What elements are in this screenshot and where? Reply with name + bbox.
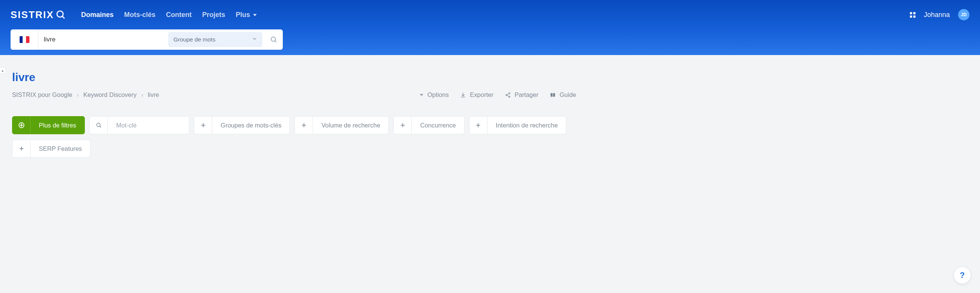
nav-label: Domaines xyxy=(81,11,113,19)
nav-projets[interactable]: Projets xyxy=(202,11,225,19)
breadcrumb-item[interactable]: SISTRIX pour Google xyxy=(12,91,72,99)
plus-icon xyxy=(394,116,412,134)
nav-mots-cles[interactable]: Mots-clés xyxy=(124,11,155,19)
breadcrumb: SISTRIX pour Google › Keyword Discovery … xyxy=(12,91,159,99)
search-icon xyxy=(56,10,66,20)
filter-chip-competition[interactable]: Concurrence xyxy=(393,116,464,134)
divider xyxy=(12,107,576,107)
topbar-right: Johanna JD xyxy=(910,9,969,21)
plus-icon xyxy=(295,116,313,134)
chip-label: Plus de filtres xyxy=(30,122,84,129)
main-content: livre SISTRIX pour Google › Keyword Disc… xyxy=(0,55,588,173)
breadcrumb-item[interactable]: livre xyxy=(148,91,159,99)
more-filters-button[interactable]: Plus de filtres xyxy=(12,116,85,134)
search-submit-button[interactable] xyxy=(265,29,283,50)
svg-line-8 xyxy=(507,95,509,96)
brand-name: SISTRIX xyxy=(11,9,54,21)
svg-line-13 xyxy=(100,126,101,127)
top-band: SISTRIX Domaines Mots-clés Content Proje… xyxy=(0,0,980,55)
chevron-down-icon xyxy=(253,14,257,16)
nav-label: Content xyxy=(166,11,192,19)
svg-line-7 xyxy=(507,94,509,95)
page-title: livre xyxy=(12,71,576,84)
chip-label: Volume de recherche xyxy=(313,122,388,129)
svg-line-1 xyxy=(62,16,64,18)
share-icon xyxy=(505,92,511,98)
chevron-right-icon: › xyxy=(141,91,143,99)
filter-row-2: SERP Features xyxy=(12,140,576,158)
nav-plus[interactable]: Plus xyxy=(235,11,257,19)
search-icon xyxy=(270,36,277,43)
filter-row-1: Plus de filtres Groupes de mots-clés Vol… xyxy=(12,116,576,134)
book-icon xyxy=(550,92,556,98)
share-button[interactable]: Partager xyxy=(505,91,538,99)
search-mode-label: Groupe de mots xyxy=(173,36,215,43)
chevron-right-icon: › xyxy=(77,91,79,99)
chip-label: SERP Features xyxy=(30,145,90,152)
plus-icon xyxy=(13,140,30,157)
flag-fr-icon xyxy=(20,36,29,43)
nav-label: Projets xyxy=(202,11,225,19)
nav-domaines[interactable]: Domaines xyxy=(81,11,113,19)
country-selector[interactable] xyxy=(11,29,38,50)
caret-down-icon xyxy=(420,94,423,96)
filter-chip-search-intent[interactable]: Intention de recherche xyxy=(469,116,566,134)
filter-chip-serp-features[interactable]: SERP Features xyxy=(12,140,91,158)
search-wrap: Groupe de mots xyxy=(0,29,980,50)
chip-label: Groupes de mots-clés xyxy=(212,122,290,129)
nav-label: Plus xyxy=(235,11,250,19)
plus-icon xyxy=(194,116,212,134)
breadcrumb-item[interactable]: Keyword Discovery xyxy=(83,91,137,99)
search-icon xyxy=(90,116,108,134)
action-label: Guide xyxy=(560,91,576,99)
chip-label: Intention de recherche xyxy=(488,122,566,129)
nav-label: Mots-clés xyxy=(124,11,155,19)
apps-icon[interactable] xyxy=(910,12,916,18)
action-label: Partager xyxy=(515,91,538,99)
sidebar-expand-tab[interactable]: ▸ xyxy=(0,67,6,74)
action-label: Exporter xyxy=(470,91,493,99)
filter-chip-keyword-groups[interactable]: Groupes de mots-clés xyxy=(194,116,290,134)
top-bar: SISTRIX Domaines Mots-clés Content Proje… xyxy=(0,0,980,29)
plus-icon xyxy=(469,116,488,134)
download-icon xyxy=(460,92,466,98)
plus-circle-icon xyxy=(13,116,30,134)
chip-label: Concurrence xyxy=(412,122,464,129)
svg-line-3 xyxy=(275,41,277,42)
page-actions: Options Exporter Partager Guide xyxy=(420,91,576,99)
search-mode-select[interactable]: Groupe de mots xyxy=(168,32,262,47)
avatar[interactable]: JD xyxy=(958,9,969,21)
nav-content[interactable]: Content xyxy=(166,11,192,19)
guide-button[interactable]: Guide xyxy=(550,91,576,99)
chevron-down-icon xyxy=(252,36,257,43)
options-button[interactable]: Options xyxy=(420,91,449,99)
search-input[interactable] xyxy=(38,36,168,43)
keyword-filter-input[interactable] xyxy=(108,116,189,134)
nav-links: Domaines Mots-clés Content Projets Plus xyxy=(81,11,257,19)
page-subrow: SISTRIX pour Google › Keyword Discovery … xyxy=(12,91,576,99)
filter-chip-search-volume[interactable]: Volume de recherche xyxy=(294,116,389,134)
export-button[interactable]: Exporter xyxy=(460,91,493,99)
action-label: Options xyxy=(427,91,449,99)
search-bar: Groupe de mots xyxy=(11,29,283,50)
brand-logo[interactable]: SISTRIX xyxy=(11,9,66,21)
user-name[interactable]: Johanna xyxy=(924,11,950,19)
keyword-filter-chip[interactable] xyxy=(89,116,189,134)
